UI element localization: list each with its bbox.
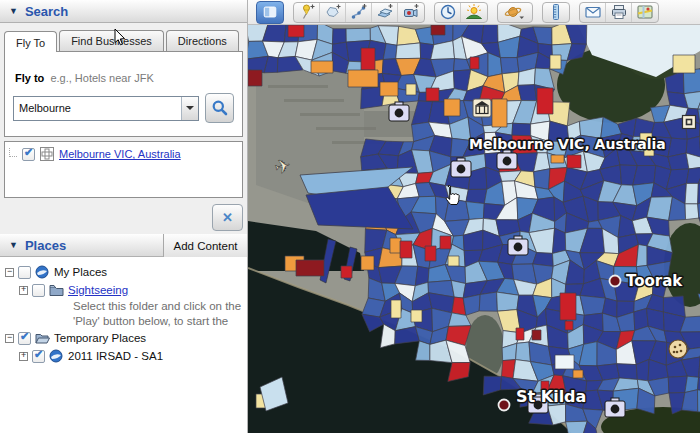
time-tools-group (434, 2, 488, 23)
sunlight-button[interactable] (461, 3, 487, 22)
record-tour-button[interactable] (398, 3, 424, 22)
fly-to-hint: e.g., Hotels near JFK (50, 72, 153, 84)
tree-item-label: Temporary Places (54, 332, 146, 344)
expander-icon[interactable] (5, 268, 14, 277)
globe-icon (49, 350, 64, 363)
search-result-link[interactable]: Melbourne VIC, Australia (59, 148, 181, 160)
map-place-label: St Kilda (516, 387, 586, 406)
tree-item-sightseeing[interactable]: Sightseeing (5, 281, 247, 299)
tab-fly-to[interactable]: Fly To (4, 31, 57, 52)
fly-to-hint-line: Fly to e.g., Hotels near JFK (15, 72, 232, 84)
fly-to-panel: Fly to e.g., Hotels near JFK Melbourne (4, 51, 243, 137)
folder-description-line: Select this folder and click on the (5, 299, 247, 314)
clear-search-button[interactable]: ✕ (212, 204, 243, 231)
expander-icon[interactable] (19, 286, 28, 295)
view-in-maps-button[interactable] (632, 3, 658, 22)
search-result-row: Melbourne VIC, Australia (9, 147, 238, 161)
expander-icon[interactable] (19, 352, 28, 361)
tree-item-irsad[interactable]: 2011 IRSAD - SA1 (5, 347, 247, 365)
historical-imagery-button[interactable] (435, 3, 461, 22)
collapse-triangle-icon[interactable]: ▼ (9, 240, 18, 250)
photo-icon[interactable] (497, 150, 517, 169)
temporary-places-checkbox[interactable] (18, 332, 31, 345)
planet-group (497, 2, 533, 23)
clear-row: ✕ (0, 198, 247, 234)
open-folder-icon (35, 332, 50, 345)
photo-icon[interactable] (508, 236, 528, 255)
sightseeing-checkbox[interactable] (32, 284, 45, 297)
tree-item-my-places[interactable]: My Places (5, 263, 247, 281)
add-placemark-button[interactable] (294, 3, 320, 22)
map-viewport[interactable]: ✈Melbourne VIC, AustraliaToorakSt Kilda (248, 25, 700, 433)
mouse-arrow-cursor (114, 28, 128, 48)
search-panel-title: Search (25, 4, 68, 19)
map-place-label: Melbourne VIC, Australia (469, 136, 666, 152)
pushpin-icon (298, 3, 316, 21)
tree-item-temporary-places[interactable]: Temporary Places (5, 329, 247, 347)
collapse-triangle-icon[interactable]: ▼ (9, 6, 18, 16)
clock-icon (439, 3, 457, 21)
image-overlay-icon (376, 3, 394, 21)
lookout-icon[interactable] (683, 116, 696, 129)
map-canvas[interactable]: ✈Melbourne VIC, AustraliaToorakSt Kilda (248, 25, 700, 433)
combo-dropdown-button[interactable] (181, 97, 198, 120)
add-content-button[interactable]: Add Content (163, 234, 247, 257)
museum-icon[interactable] (473, 99, 491, 117)
sidebar: ▼ Search Fly To Find Businesses Directio… (0, 0, 248, 433)
search-panel-header: ▼ Search (0, 0, 247, 23)
email-button[interactable] (580, 3, 606, 22)
printer-icon (610, 3, 628, 21)
ruler-group (542, 2, 570, 23)
envelope-icon (584, 3, 602, 21)
tab-directions[interactable]: Directions (166, 30, 239, 51)
map-place-label: Toorak (626, 272, 683, 290)
add-image-overlay-button[interactable] (372, 3, 398, 22)
print-button[interactable] (606, 3, 632, 22)
food-icon[interactable] (669, 340, 687, 358)
place-dot[interactable] (610, 276, 621, 287)
search-button[interactable] (205, 93, 234, 123)
globe-icon (35, 266, 50, 279)
fly-to-label: Fly to (15, 72, 44, 84)
tree-item-label: My Places (54, 266, 107, 278)
toolbar (248, 0, 700, 25)
path-icon (350, 3, 368, 21)
search-results-box: Melbourne VIC, Australia (4, 141, 243, 198)
fly-to-combobox[interactable]: Melbourne (13, 96, 199, 121)
photo-icon[interactable] (451, 158, 471, 177)
sidebar-panel-icon (263, 4, 277, 20)
folder-description-line: 'Play' button below, to start the (5, 314, 247, 329)
camcorder-icon (402, 3, 420, 21)
irsad-checkbox[interactable] (32, 350, 45, 363)
places-panel-title: Places (25, 238, 66, 253)
magnifier-icon (211, 99, 229, 117)
add-path-button[interactable] (346, 3, 372, 22)
planet-selector-button[interactable] (498, 3, 532, 22)
polygon-icon (324, 3, 342, 21)
add-polygon-button[interactable] (320, 3, 346, 22)
expander-icon[interactable] (5, 334, 14, 343)
places-tree: My Places Sightseeing Select this folder… (0, 257, 247, 433)
tree-item-link[interactable]: Sightseeing (68, 284, 128, 296)
crosshair-icon[interactable] (40, 147, 54, 161)
ruler-icon (547, 3, 565, 21)
sidebar-toggle-button[interactable] (256, 1, 284, 24)
main-area: ✈Melbourne VIC, AustraliaToorakSt Kilda (248, 0, 700, 433)
result-checkbox[interactable] (22, 148, 35, 161)
tab-find-businesses[interactable]: Find Businesses (59, 30, 164, 51)
search-panel-body: Fly To Find Businesses Directions Fly to… (0, 23, 247, 234)
saturn-icon (504, 3, 526, 21)
google-earth-window: ▼ Search Fly To Find Businesses Directio… (0, 0, 700, 433)
places-panel-header: ▼ Places Add Content (0, 234, 247, 257)
photo-icon[interactable] (605, 398, 625, 417)
my-places-checkbox[interactable] (18, 266, 31, 279)
place-dot[interactable] (499, 400, 510, 411)
fly-to-value[interactable]: Melbourne (14, 102, 181, 114)
ruler-button[interactable] (543, 3, 569, 22)
share-tools-group (579, 2, 659, 23)
photo-icon[interactable] (389, 102, 409, 121)
tree-item-label: 2011 IRSAD - SA1 (68, 350, 163, 362)
creation-tools-group (293, 2, 425, 23)
folder-icon (49, 284, 64, 297)
map-icon (636, 3, 654, 21)
